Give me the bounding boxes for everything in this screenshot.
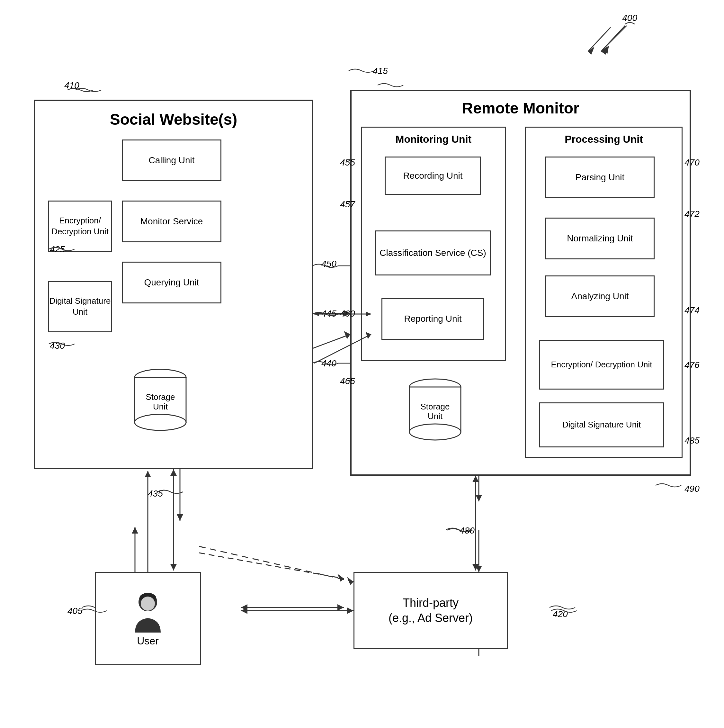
ref-460: 460 (340, 309, 355, 319)
digital-sig-unit-box-right: Digital Signature Unit (539, 402, 664, 447)
user-icon (132, 591, 164, 633)
ref-480: 480 (460, 526, 475, 536)
social-website-box: Social Website(s) Calling Unit Monitor S… (34, 99, 313, 469)
parsing-unit-box: Parsing Unit (545, 156, 655, 198)
svg-marker-6 (344, 331, 350, 339)
recording-unit-box: Recording Unit (385, 156, 481, 195)
diagram: 400 410 Social Website(s) Calling Unit M… (0, 0, 724, 728)
digital-sig-unit-box-left: Digital Signature Unit (48, 281, 112, 332)
svg-marker-14 (241, 604, 247, 611)
ref-405: 405 (67, 606, 82, 616)
svg-marker-54 (145, 471, 151, 477)
svg-text:Storage: Storage (420, 402, 449, 411)
svg-marker-28 (601, 47, 607, 55)
ref-410: 410 (64, 80, 79, 91)
querying-unit-box: Querying Unit (122, 262, 221, 303)
svg-line-55 (199, 546, 353, 582)
svg-marker-61 (241, 607, 247, 614)
svg-text:Storage: Storage (145, 392, 175, 402)
ref-450: 450 (321, 259, 336, 269)
remote-monitor-box: Remote Monitor Monitoring Unit Recording… (350, 90, 691, 476)
processing-unit-container: Processing Unit Parsing Unit Normalizing… (525, 127, 683, 458)
classification-service-box: Classification Service (CS) (375, 231, 491, 275)
svg-marker-15 (338, 604, 344, 611)
ref-457: 457 (340, 199, 355, 210)
third-party-box: Third-party(e.g., Ad Server) (353, 572, 508, 649)
ref-420: 420 (553, 609, 568, 619)
svg-marker-58 (472, 564, 479, 570)
enc-dec-unit-box-right: Encryption/ Decryption Unit (539, 340, 664, 390)
svg-marker-52 (170, 469, 177, 476)
svg-marker-56 (347, 577, 353, 585)
svg-marker-8 (177, 514, 183, 521)
svg-marker-24 (132, 527, 138, 534)
svg-point-31 (134, 414, 186, 430)
normalizing-unit-box: Normalizing Unit (545, 217, 655, 259)
svg-text:Unit: Unit (428, 411, 443, 421)
svg-marker-12 (338, 574, 344, 582)
svg-marker-51 (170, 564, 177, 570)
svg-text:Unit: Unit (153, 402, 168, 411)
third-party-label: Third-party(e.g., Ad Server) (388, 596, 473, 626)
ref-490: 490 (684, 484, 700, 494)
monitoring-unit-label: Monitoring Unit (396, 133, 471, 145)
social-website-label: Social Website(s) (110, 110, 237, 128)
remote-monitor-label: Remote Monitor (462, 99, 579, 117)
ref-415: 415 (373, 66, 388, 76)
calling-unit-box: Calling Unit (122, 139, 221, 181)
ref-472: 472 (684, 209, 700, 219)
reporting-unit-box: Reporting Unit (382, 298, 484, 340)
storage-unit-center: Storage Unit (406, 377, 464, 443)
svg-marker-59 (472, 476, 479, 482)
ref-435: 435 (148, 489, 163, 499)
svg-line-63 (603, 26, 625, 50)
ref-400: 400 (622, 13, 637, 23)
ref-430: 430 (50, 341, 65, 351)
svg-marker-47 (314, 312, 319, 316)
ref-445: 445 (321, 309, 336, 319)
monitoring-unit-container: Monitoring Unit Recording Unit Classific… (361, 127, 506, 361)
svg-point-41 (141, 596, 155, 611)
ref-455: 455 (340, 158, 355, 168)
svg-marker-21 (476, 495, 482, 502)
analyzing-unit-box: Analyzing Unit (545, 275, 655, 317)
ref-465: 465 (340, 376, 355, 386)
svg-marker-17 (476, 566, 482, 572)
ref-425: 425 (50, 244, 65, 255)
user-box: User (95, 572, 201, 665)
svg-point-36 (409, 424, 461, 440)
ref-440: 440 (321, 358, 336, 369)
monitor-service-box: Monitor Service (122, 200, 221, 242)
svg-line-0 (588, 28, 611, 51)
ref-470: 470 (684, 158, 700, 168)
storage-unit-left: Storage Unit (131, 368, 189, 433)
svg-marker-62 (347, 607, 353, 614)
svg-marker-64 (603, 46, 609, 54)
ref-476: 476 (684, 360, 700, 370)
svg-line-27 (601, 26, 627, 51)
user-label: User (137, 635, 159, 647)
processing-unit-label: Processing Unit (565, 133, 643, 145)
ref-474: 474 (684, 305, 700, 316)
svg-marker-1 (588, 47, 594, 55)
svg-line-11 (199, 553, 344, 578)
ref-485: 485 (684, 436, 700, 446)
